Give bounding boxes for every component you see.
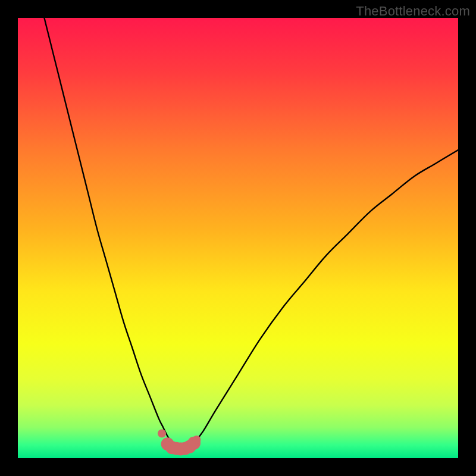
svg-point-9 bbox=[192, 436, 201, 444]
chart-frame: TheBottleneck.com bbox=[0, 0, 476, 476]
watermark-text: TheBottleneck.com bbox=[356, 4, 470, 19]
optimal-range-dots bbox=[158, 430, 201, 456]
bottleneck-curve bbox=[44, 18, 458, 450]
svg-point-1 bbox=[158, 430, 166, 438]
curve-layer bbox=[18, 18, 458, 458]
plot-area bbox=[18, 18, 458, 458]
